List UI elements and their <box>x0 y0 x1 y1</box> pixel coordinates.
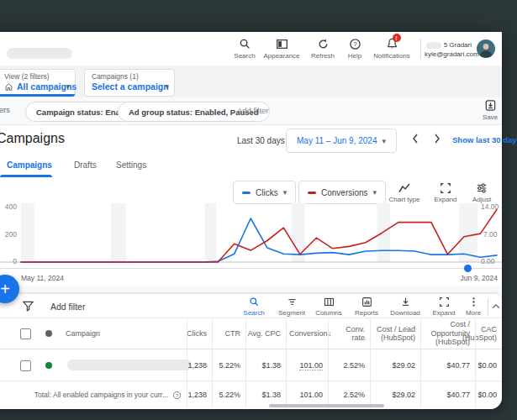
save-label: Save <box>483 113 498 121</box>
table-add-filter-link[interactable]: Add filter <box>50 302 85 312</box>
status-column-icon <box>45 330 52 337</box>
expand-icon <box>440 182 451 194</box>
avatar[interactable] <box>477 39 495 58</box>
date-range-value: May 11 – Jun 9, 2024 <box>297 136 377 145</box>
date-prev-button[interactable] <box>409 132 422 145</box>
date-preset-label: Last 30 days <box>237 136 285 145</box>
download-icon <box>400 297 411 307</box>
campaign-selector[interactable]: Campaigns (1) Select a campaign ▾ <box>84 69 175 97</box>
topbar-appearance-button[interactable]: Appearance <box>261 38 303 60</box>
filter-bar-title: Filters <box>0 105 10 114</box>
table-download-button[interactable]: Download <box>387 297 424 317</box>
reports-icon <box>361 297 372 307</box>
cell-cost-lead: $29.02 <box>370 349 420 381</box>
collapse-table-button[interactable] <box>491 302 501 312</box>
column-header-campaign[interactable]: Campaign <box>66 318 187 349</box>
refresh-icon <box>317 38 330 50</box>
chevron-down-icon: ▾ <box>382 137 386 145</box>
topbar-refresh-button[interactable]: Refresh <box>306 38 340 60</box>
svg-text:?: ? <box>176 392 178 397</box>
page-title: Campaigns <box>0 131 65 146</box>
home-icon <box>4 82 13 92</box>
cell-conversions: 101.00 <box>286 349 328 381</box>
segment-icon <box>287 297 298 307</box>
save-button[interactable]: Save <box>479 99 501 121</box>
metric-1-label: Clicks <box>256 188 278 197</box>
chart-type-button[interactable]: Chart type <box>385 182 424 203</box>
campaign-table-card: Add filter Search Segment Columns Report… <box>0 294 502 409</box>
select-all-checkbox[interactable] <box>20 328 31 339</box>
table-reports-button[interactable]: Reports <box>351 297 382 317</box>
table-filter-button[interactable] <box>22 300 34 312</box>
metric-2-label: Conversions <box>321 188 368 197</box>
account-email: kyle@gradari.com <box>425 50 472 59</box>
line-chart-icon <box>398 182 411 194</box>
chart-expand-button[interactable]: Expand <box>430 182 461 203</box>
table-segment-button[interactable]: Segment <box>276 297 308 317</box>
metric-2-selector[interactable]: Conversions ▾ <box>298 181 386 204</box>
show-last-30-days-link[interactable]: Show last 30 days <box>452 136 501 144</box>
table-search-button[interactable]: Search <box>240 297 267 317</box>
table-expand-label: Expand <box>432 309 455 317</box>
topbar-notifications-button[interactable]: ! Notifications <box>368 38 415 60</box>
chart-adjust-button[interactable]: Adjust <box>467 182 496 203</box>
column-header-conv-rate[interactable]: ↓ Conv. rate <box>328 318 370 349</box>
tab-campaigns[interactable]: Campaigns <box>7 160 52 170</box>
chevron-down-icon: ▾ <box>66 82 70 91</box>
tab-settings[interactable]: Settings <box>116 160 146 170</box>
table-more-label: More <box>466 309 481 317</box>
section-gap <box>0 286 502 294</box>
campaign-selector-value: Select a campaign <box>92 81 169 92</box>
table-search-label: Search <box>243 309 264 317</box>
table-reports-label: Reports <box>355 309 378 317</box>
right-axis-tick: 14.00 <box>481 202 499 211</box>
table-columns-button[interactable]: Columns <box>313 297 345 317</box>
redacted-campaign-name[interactable] <box>67 360 192 370</box>
bell-icon: ! <box>386 38 398 50</box>
toolbar-divider <box>488 298 488 315</box>
topbar-appearance-label: Appearance <box>263 52 299 60</box>
column-header-cost-lead[interactable]: Cost / Lead (HubSpot) <box>370 318 420 349</box>
total-clicks: 1,238 <box>187 381 212 408</box>
topbar-notifications-label: Notifications <box>373 52 410 60</box>
chart-pan-track[interactable] <box>0 268 502 269</box>
x-axis-end-label: Jun 9, 2024 <box>454 274 498 282</box>
view-selector-active-bar <box>0 94 75 97</box>
notification-badge: ! <box>393 34 401 42</box>
account-name: 5 Gradari <box>444 41 472 49</box>
account-info[interactable]: 5 Gradari kyle@gradari.com <box>425 40 472 59</box>
total-cac: $0.00 <box>475 381 502 408</box>
columns-icon <box>324 297 335 307</box>
right-axis-tick: 7.00 <box>483 230 498 239</box>
search-icon <box>239 38 251 50</box>
horizontal-scrollbar[interactable] <box>269 404 384 407</box>
column-header-avg-cpc[interactable]: Avg. CPC <box>245 318 286 349</box>
add-filter-link[interactable]: Add filter <box>237 106 269 115</box>
left-axis-tick: 200 <box>3 230 17 239</box>
total-cost-opportunity: $40.77 <box>420 381 475 408</box>
column-header-clicks[interactable]: Clicks <box>187 318 212 349</box>
table-download-label: Download <box>390 309 420 317</box>
topbar-divider <box>420 39 421 59</box>
topbar-help-button[interactable]: ? Help <box>342 38 367 60</box>
performance-chart[interactable] <box>0 202 502 269</box>
expand-icon <box>439 297 450 307</box>
left-axis-tick: 0 <box>3 257 17 265</box>
topbar-search-button[interactable]: Search <box>232 38 257 60</box>
tab-drafts[interactable]: Drafts <box>74 160 97 170</box>
view-selector[interactable]: View (2 filters) All campaigns ▾ <box>0 69 76 97</box>
redacted-breadcrumb <box>7 48 72 59</box>
metric-1-selector[interactable]: Clicks ▾ <box>233 181 296 204</box>
date-next-button[interactable] <box>430 132 444 145</box>
table-expand-button[interactable]: Expand <box>429 297 459 317</box>
date-range-picker[interactable]: May 11 – Jun 9, 2024 ▾ <box>286 129 397 153</box>
column-header-ctr[interactable]: CTR <box>212 318 245 349</box>
column-header-conversions[interactable]: Conversions <box>286 318 328 349</box>
total-ctr: 5.22% <box>212 381 245 408</box>
table-more-button[interactable]: More <box>462 297 484 317</box>
chart-pan-handle[interactable] <box>464 265 472 272</box>
row-checkbox[interactable] <box>20 360 31 371</box>
row-status-enabled-dot <box>45 362 52 369</box>
help-circle-icon[interactable]: ? <box>172 391 182 400</box>
column-header-cac[interactable]: CAC (HubSpot) <box>475 318 502 349</box>
